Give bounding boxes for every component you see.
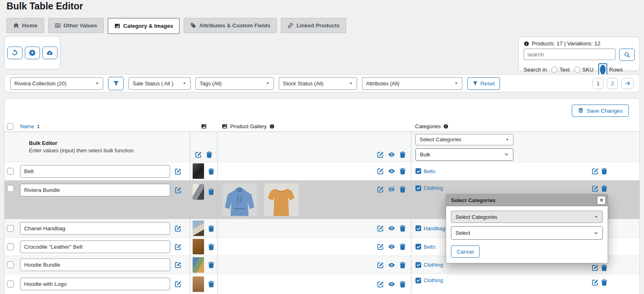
delete-categories-icon[interactable] (601, 279, 608, 286)
product-name-input[interactable] (20, 241, 170, 253)
row-checkbox[interactable] (7, 225, 14, 232)
product-name-input[interactable] (20, 222, 170, 235)
delete-image-icon[interactable] (208, 243, 215, 250)
edit-gallery-icon[interactable] (377, 243, 384, 250)
delete-categories-icon[interactable] (601, 185, 608, 192)
product-thumbnail[interactable] (193, 220, 204, 236)
edit-categories-icon[interactable] (592, 279, 599, 286)
tags-filter-select[interactable]: Tags (All) (195, 77, 274, 90)
delete-gallery-icon[interactable] (399, 225, 406, 232)
edit-categories-icon[interactable] (592, 264, 599, 271)
product-name-input[interactable] (20, 278, 170, 290)
preview-gallery-icon[interactable] (388, 243, 395, 250)
reset-filters-button[interactable]: Reset (467, 77, 500, 90)
delete-categories-icon[interactable] (601, 264, 608, 271)
delete-image-icon[interactable] (208, 168, 215, 175)
category-link[interactable]: Clothing (415, 277, 443, 283)
undo-button[interactable] (7, 47, 22, 59)
export-button[interactable] (42, 47, 58, 59)
delete-gallery-icon[interactable] (399, 186, 406, 193)
category-link[interactable]: Handbags (415, 225, 448, 232)
sale-status-filter-select[interactable]: Sale Status ( All ) (129, 77, 191, 90)
page-2-button[interactable]: 2 (607, 78, 618, 89)
select-all-checkbox[interactable] (7, 123, 13, 130)
preview-gallery-icon[interactable] (388, 225, 395, 232)
delete-image-icon[interactable] (208, 188, 215, 195)
tab-category-images[interactable]: Category & Images (108, 18, 180, 34)
bulk-delete-image-icon[interactable] (206, 151, 213, 158)
bulk-edit-gallery-icon[interactable] (377, 151, 384, 158)
category-link[interactable]: Clothing (415, 262, 443, 268)
category-link[interactable]: Belts (415, 244, 435, 250)
edit-name-icon[interactable] (175, 261, 182, 268)
product-thumbnail[interactable] (193, 239, 204, 254)
preview-gallery-icon[interactable] (388, 168, 395, 175)
category-link[interactable]: Clothing (415, 185, 443, 191)
modal-function-select[interactable]: Select (451, 226, 603, 240)
search-in-sku-radio[interactable]: SKU (574, 67, 594, 73)
bulk-function-select[interactable]: Bulk (415, 148, 513, 161)
product-name-input[interactable] (20, 184, 170, 196)
search-in-text-radio[interactable]: Text (551, 67, 570, 73)
edit-categories-icon[interactable] (592, 185, 599, 192)
edit-name-icon[interactable] (175, 281, 182, 287)
settings-button[interactable] (25, 47, 40, 59)
apply-filter-button[interactable] (108, 77, 124, 90)
delete-gallery-icon[interactable] (399, 261, 406, 268)
edit-gallery-icon[interactable] (377, 186, 384, 193)
bulk-edit-image-icon[interactable] (195, 151, 202, 158)
row-checkbox[interactable] (7, 281, 14, 287)
edit-name-icon[interactable] (175, 243, 182, 250)
delete-gallery-icon[interactable] (399, 281, 406, 287)
delete-categories-icon[interactable] (601, 168, 608, 175)
modal-cancel-button[interactable]: Cancel (451, 245, 480, 258)
attributes-filter-select[interactable]: Attributes (All) (362, 77, 462, 90)
edit-gallery-icon[interactable] (377, 281, 384, 287)
preview-gallery-icon[interactable] (388, 261, 395, 268)
tab-other-values[interactable]: Other Values (48, 18, 104, 33)
bulk-preview-gallery-icon[interactable] (388, 151, 395, 158)
bulk-select-categories-dropdown[interactable]: Select Categories (415, 134, 513, 145)
product-thumbnail[interactable] (193, 163, 204, 179)
row-checkbox[interactable] (7, 243, 14, 250)
row-checkbox[interactable] (7, 261, 14, 268)
tab-linked-products[interactable]: Linked Products (281, 18, 346, 33)
tab-attributes-custom-fields[interactable]: Attributes & Custom Fields (184, 18, 277, 33)
edit-name-icon[interactable] (175, 225, 182, 232)
delete-gallery-icon[interactable] (399, 243, 406, 250)
product-thumbnail[interactable] (193, 184, 204, 200)
gallery-image-orange-tshirt[interactable] (263, 183, 299, 216)
edit-name-icon[interactable] (175, 168, 182, 175)
delete-image-icon[interactable] (208, 281, 215, 287)
preview-gallery-icon[interactable] (388, 281, 395, 287)
next-page-button[interactable] (621, 78, 634, 89)
gallery-image-blue-hoodie[interactable] (222, 183, 258, 216)
bulk-delete-gallery-icon[interactable] (399, 151, 406, 158)
page-1-button[interactable]: 1 (593, 78, 604, 89)
category-link[interactable]: Belts (415, 168, 435, 174)
edit-categories-icon[interactable] (592, 168, 599, 175)
tab-home[interactable]: Home (7, 18, 44, 33)
row-checkbox[interactable] (7, 168, 14, 175)
hide-gallery-icon[interactable] (388, 186, 395, 193)
product-name-input[interactable] (20, 165, 170, 178)
product-thumbnail[interactable] (193, 257, 204, 273)
name-column-header[interactable]: Name (20, 123, 41, 129)
edit-name-icon[interactable] (175, 187, 182, 194)
modal-categories-dropdown[interactable]: Select Categories (451, 211, 603, 223)
modal-close-button[interactable] (597, 196, 606, 205)
search-input[interactable] (524, 49, 615, 60)
delete-gallery-icon[interactable] (399, 168, 406, 175)
edit-gallery-icon[interactable] (377, 225, 384, 232)
save-changes-button[interactable]: Save Changes (572, 105, 629, 117)
search-button[interactable] (619, 49, 635, 61)
product-name-input[interactable] (20, 258, 170, 271)
stock-status-filter-select[interactable]: Stock Status (All) (279, 77, 357, 90)
delete-image-icon[interactable] (208, 261, 215, 268)
edit-gallery-icon[interactable] (377, 261, 384, 268)
product-thumbnail[interactable] (193, 276, 204, 292)
row-checkbox[interactable] (7, 185, 14, 192)
collection-filter-select[interactable]: Riviera Collection (20) (10, 77, 103, 90)
delete-image-icon[interactable] (208, 225, 215, 232)
edit-gallery-icon[interactable] (377, 168, 384, 175)
